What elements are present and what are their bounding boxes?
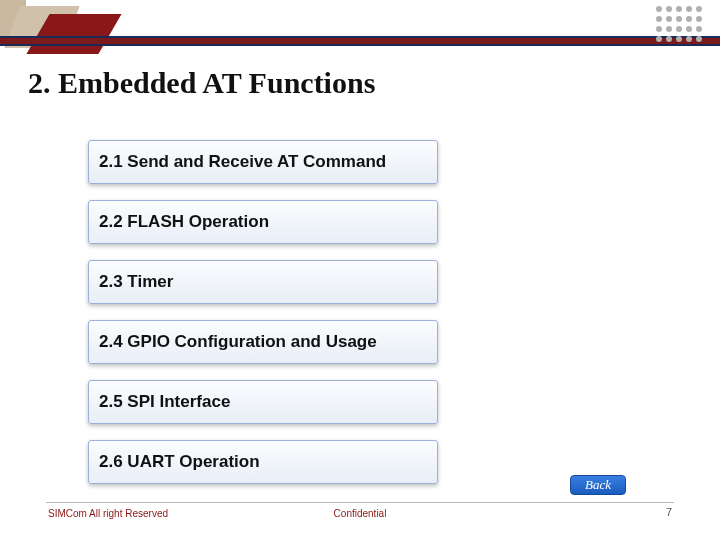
- dot-grid-icon: [656, 6, 702, 42]
- corner-decoration: [0, 0, 120, 64]
- menu-item-2-4[interactable]: 2.4 GPIO Configuration and Usage: [88, 320, 438, 364]
- back-button[interactable]: Back: [570, 475, 626, 495]
- menu-item-2-3[interactable]: 2.3 Timer: [88, 260, 438, 304]
- menu-item-2-6[interactable]: 2.6 UART Operation: [88, 440, 438, 484]
- menu-item-2-2[interactable]: 2.2 FLASH Operation: [88, 200, 438, 244]
- toc-menu: 2.1 Send and Receive AT Command 2.2 FLAS…: [88, 140, 438, 484]
- page-number: 7: [666, 506, 672, 518]
- footer-confidential: Confidential: [0, 508, 720, 519]
- page-title: 2. Embedded AT Functions: [28, 66, 375, 100]
- menu-item-2-1[interactable]: 2.1 Send and Receive AT Command: [88, 140, 438, 184]
- header-bar: [0, 36, 720, 46]
- footer-divider: [46, 502, 674, 503]
- menu-item-2-5[interactable]: 2.5 SPI Interface: [88, 380, 438, 424]
